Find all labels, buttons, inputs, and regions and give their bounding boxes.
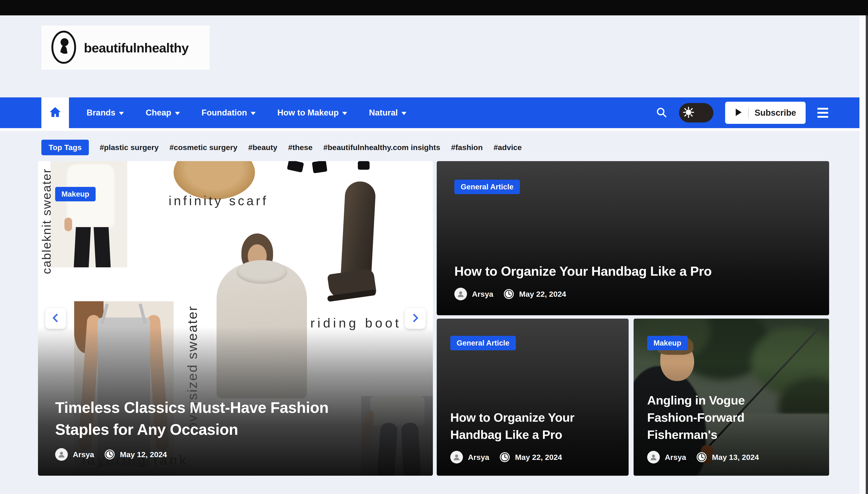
clock-icon bbox=[104, 449, 115, 460]
post-meta: Arsya May 22, 2024 bbox=[450, 451, 604, 463]
window-top-bar bbox=[0, 0, 868, 15]
chevron-down-icon bbox=[119, 112, 124, 115]
chevron-down-icon bbox=[342, 112, 347, 115]
nav-item-cheap[interactable]: Cheap bbox=[146, 108, 180, 117]
chevron-down-icon bbox=[175, 112, 180, 115]
post-date: May 12, 2024 bbox=[120, 450, 167, 459]
cameo-logo-icon bbox=[51, 30, 77, 65]
chevron-down-icon bbox=[251, 112, 256, 115]
tag-plastic-surgery[interactable]: #plastic surgery bbox=[100, 143, 159, 152]
top-tags-bar: Top Tags #plastic surgery #cosmetic surg… bbox=[41, 138, 823, 157]
chevron-right-icon bbox=[410, 313, 420, 324]
nav-item-natural[interactable]: Natural bbox=[369, 108, 406, 117]
tag-fashion[interactable]: #fashion bbox=[451, 143, 483, 152]
category-badge[interactable]: Makeup bbox=[647, 336, 687, 350]
tag-cosmetic-surgery[interactable]: #cosmetic surgery bbox=[170, 143, 238, 152]
author-avatar-icon bbox=[647, 451, 660, 463]
chevron-left-icon bbox=[51, 313, 61, 324]
dark-mode-toggle[interactable] bbox=[679, 103, 713, 122]
clock-icon bbox=[499, 452, 510, 462]
hamburger-menu-icon[interactable] bbox=[817, 108, 828, 118]
collage-photo-shoes bbox=[358, 161, 370, 170]
author-name[interactable]: Arsya bbox=[472, 290, 493, 299]
site-title: beautifulnhealthy bbox=[84, 40, 189, 55]
author-avatar-icon bbox=[450, 451, 463, 463]
collage-label-cableknit: cableknit sweater bbox=[39, 161, 53, 274]
clock-icon bbox=[696, 452, 707, 462]
collage-photo-shoes bbox=[312, 161, 327, 173]
post-title[interactable]: How to Organize Your Handbag Like a Pro bbox=[454, 262, 712, 280]
post-meta: Arsya May 22, 2024 bbox=[454, 288, 712, 300]
author-name[interactable]: Arsya bbox=[468, 453, 489, 462]
author-name[interactable]: Arsya bbox=[73, 450, 94, 459]
post-title[interactable]: Angling in Vogue Fashion-Forward Fisherm… bbox=[647, 392, 787, 443]
scrollbar-track[interactable] bbox=[860, 15, 866, 494]
collage-photo-cableknit bbox=[51, 161, 127, 267]
clock-icon bbox=[504, 289, 514, 300]
window-right-edge bbox=[866, 15, 868, 494]
main-navigation: Brands Cheap Foundation How to Makeup Na… bbox=[0, 97, 868, 131]
carousel-prev-button[interactable] bbox=[45, 308, 66, 329]
author-name[interactable]: Arsya bbox=[665, 453, 686, 462]
nav-item-how-to-makeup[interactable]: How to Makeup bbox=[277, 108, 347, 117]
category-badge[interactable]: Makeup bbox=[55, 187, 96, 201]
nav-item-foundation[interactable]: Foundation bbox=[202, 108, 256, 117]
play-icon bbox=[735, 108, 742, 117]
category-badge[interactable]: General Article bbox=[450, 336, 516, 350]
tag-beauty[interactable]: #beauty bbox=[248, 143, 277, 152]
search-icon[interactable] bbox=[656, 107, 667, 119]
post-meta: Arsya May 13, 2024 bbox=[647, 451, 787, 463]
post-meta: Arsya May 12, 2024 bbox=[55, 448, 403, 461]
post-card[interactable]: Makeup Angling in Vogue Fashion-Forward … bbox=[634, 319, 829, 476]
collage-photo-shoes bbox=[287, 161, 304, 173]
author-avatar-icon bbox=[55, 448, 68, 461]
nav-item-brands[interactable]: Brands bbox=[87, 108, 124, 117]
tag-advice[interactable]: #advice bbox=[493, 143, 522, 152]
post-date: May 13, 2024 bbox=[712, 453, 759, 462]
collage-label-scarf: infinity scarf bbox=[169, 193, 268, 208]
collage-photo-boot bbox=[327, 182, 391, 312]
post-card[interactable]: General Article How to Organize Your Han… bbox=[437, 319, 629, 476]
top-tags-badge[interactable]: Top Tags bbox=[41, 140, 89, 155]
nav-home-button[interactable] bbox=[41, 97, 69, 128]
featured-post-title[interactable]: Timeless Classics Must-Have Fashion Stap… bbox=[55, 397, 378, 440]
sun-icon bbox=[682, 106, 695, 119]
nav-menu: Brands Cheap Foundation How to Makeup Na… bbox=[87, 108, 407, 117]
site-logo[interactable]: beautifulnhealthy bbox=[41, 25, 210, 70]
featured-post-card[interactable]: cableknit sweater infinity scarf riding … bbox=[38, 161, 433, 476]
subscribe-button[interactable]: Subscribe bbox=[725, 102, 806, 124]
divider bbox=[748, 108, 749, 118]
post-title[interactable]: How to Organize Your Handbag Like a Pro bbox=[450, 409, 604, 443]
chevron-down-icon bbox=[401, 112, 407, 115]
tag-insights[interactable]: #beautifulnhealthy.com insights bbox=[323, 143, 440, 152]
carousel-next-button[interactable] bbox=[405, 308, 426, 329]
category-badge[interactable]: General Article bbox=[454, 180, 520, 194]
post-date: May 22, 2024 bbox=[519, 290, 566, 299]
post-date: May 22, 2024 bbox=[515, 453, 562, 462]
home-icon bbox=[49, 106, 62, 120]
author-avatar-icon bbox=[454, 288, 467, 300]
tag-these[interactable]: #these bbox=[288, 143, 313, 152]
post-card[interactable]: General Article How to Organize Your Han… bbox=[437, 161, 829, 315]
